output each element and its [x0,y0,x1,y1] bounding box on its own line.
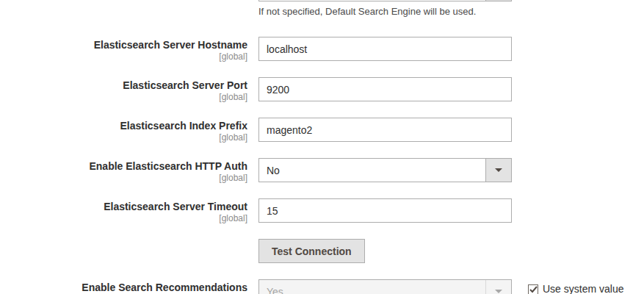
use-system-value-label: Use system value [543,283,623,294]
field-label-text: Enable Search Recommendations [0,282,247,294]
timeout-label: Elasticsearch Server Timeout [global] [0,201,247,223]
scope-hint: [global] [0,52,247,62]
timeout-input[interactable] [258,198,512,223]
use-system-value-row: Use system value [528,283,623,294]
checkmark-icon [529,286,538,293]
prefix-label: Elasticsearch Index Prefix [global] [0,120,247,143]
field-label-text: Elasticsearch Server Timeout [0,201,247,213]
field-label-text: Elasticsearch Index Prefix [0,120,247,132]
field-label-text: Elasticsearch Server Hostname [0,39,247,51]
scope-hint: [global] [0,214,247,223]
chevron-down-icon[interactable] [485,0,511,1]
chevron-down-icon[interactable] [485,159,511,182]
http-auth-select-value: No [259,159,485,182]
scope-hint: [global] [0,133,247,143]
hostname-label: Elasticsearch Server Hostname [global] [0,39,247,62]
chevron-down-icon [485,280,511,294]
field-label-text: Elasticsearch Server Port [0,79,247,92]
port-label: Elasticsearch Server Port [global] [0,79,247,102]
search-engine-select[interactable] [258,0,512,1]
http-auth-label: Enable Elasticsearch HTTP Auth [global] [0,160,247,183]
search-engine-note: If not specified, Default Search Engine … [258,6,476,17]
recommendations-label: Enable Search Recommendations [0,282,247,294]
scope-hint: [global] [0,173,247,183]
scope-hint: [global] [0,93,247,102]
hostname-input[interactable] [258,37,512,61]
recommendations-select-value: Yes [259,280,485,294]
field-label-text: Enable Elasticsearch HTTP Auth [0,160,247,173]
elasticsearch-settings-form: If not specified, Default Search Engine … [0,0,644,294]
search-engine-select-value [259,0,485,1]
port-input[interactable] [258,77,512,101]
index-prefix-input[interactable] [258,118,512,142]
use-system-value-checkbox[interactable] [528,284,538,294]
recommendations-select: Yes [258,279,512,294]
test-connection-button[interactable]: Test Connection [258,239,365,263]
http-auth-select[interactable]: No [258,158,512,182]
